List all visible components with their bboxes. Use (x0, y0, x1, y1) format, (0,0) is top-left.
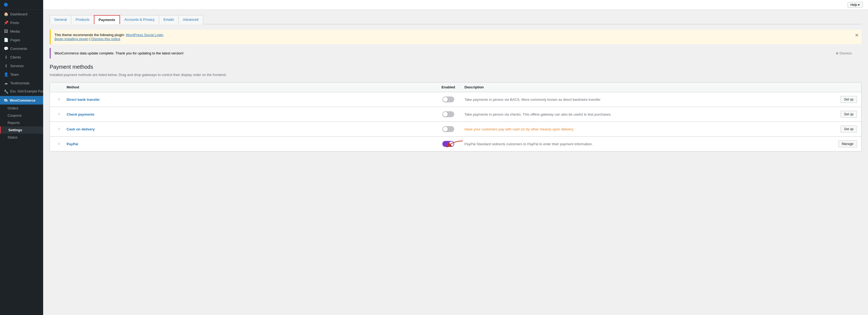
tab-payments[interactable]: Payments (94, 15, 120, 24)
table-row: ≡ PayPal PayPal Standard redirects c (50, 137, 861, 151)
pages-icon: 📄 (4, 38, 8, 42)
tab-emails[interactable]: Emails (159, 15, 179, 24)
desc-paypal: PayPal Standard redirects customers to P… (464, 142, 830, 146)
posts-icon: 📌 (4, 21, 8, 25)
drag-handle-icon[interactable]: ≡ (54, 97, 64, 102)
woocommerce-icon: 🛍 (4, 98, 7, 102)
toggle-cash-on-delivery[interactable] (442, 126, 454, 132)
toggle-paypal[interactable] (442, 141, 454, 147)
content-area: General Products Payments Accounts & Pri… (43, 10, 868, 315)
dismiss-circle-icon: ⊗ (836, 51, 839, 55)
method-paypal[interactable]: PayPal (67, 142, 432, 146)
table-row: ≡ Check payments Take payments in person… (50, 107, 861, 122)
sidebar-sub-settings[interactable]: Settings (0, 127, 43, 134)
tab-advanced[interactable]: Advanced (178, 15, 203, 24)
tab-products[interactable]: Products (71, 15, 94, 24)
actions-cash-on-delivery: Set up (833, 126, 857, 133)
method-check-payments[interactable]: Check payments (67, 112, 432, 116)
sidebar: 🔵 🏠 Dashboard 📌 Posts 🖼 Media 📄 Pages 💬 … (0, 0, 43, 315)
toggle-direct-bank-wrapper (435, 97, 462, 102)
desc-cash-on-delivery: Have your customers pay with cash (or by… (464, 127, 830, 131)
ess-grid-icon: 🔧 (4, 90, 8, 94)
tab-general[interactable]: General (50, 15, 71, 24)
table-header: Method Enabled Description (50, 82, 861, 92)
drag-handle-icon[interactable]: ≡ (54, 112, 64, 117)
header-enabled: Enabled (435, 85, 462, 89)
dismiss-update-button[interactable]: ⊗ Dismiss (836, 51, 852, 55)
wp-icon: 🔵 (4, 3, 8, 7)
desc-direct-bank: Take payments in person via BACS. More c… (464, 98, 830, 102)
setup-cod-button[interactable]: Set up (840, 126, 857, 133)
sidebar-item-ess-grid[interactable]: 🔧 Ess. Grid Example Posts (0, 87, 43, 96)
dashboard-icon: 🏠 (4, 12, 8, 16)
close-notice-button[interactable]: ✕ (855, 32, 859, 38)
sidebar-sub-orders[interactable]: Orders (0, 105, 43, 112)
sidebar-item-services[interactable]: ℹ Services (0, 62, 43, 70)
sidebar-sub-coupons[interactable]: Coupons (0, 112, 43, 119)
update-notice: WooCommerce data update complete. Thank … (50, 48, 862, 59)
woocommerce-menu-header[interactable]: 🛍 WooCommerce (0, 96, 43, 105)
sidebar-item-team[interactable]: 👤 Team (0, 70, 43, 79)
testimonials-icon: ☁ (4, 81, 8, 85)
sidebar-item-comments[interactable]: 💬 Comments (0, 44, 43, 53)
wordpress-social-login-link[interactable]: WordPress Social Login (126, 33, 163, 37)
tab-accounts-privacy[interactable]: Accounts & Privacy (120, 15, 159, 24)
drag-handle-icon[interactable]: ≡ (54, 141, 64, 146)
payment-methods-table: Method Enabled Description ≡ Direct bank… (50, 82, 862, 151)
sidebar-item-pages[interactable]: 📄 Pages (0, 36, 43, 44)
sidebar-logo: 🔵 (0, 0, 43, 10)
header-method: Method (67, 85, 432, 89)
team-icon: 👤 (4, 72, 8, 76)
toggle-direct-bank[interactable] (442, 97, 454, 102)
sidebar-sub-reports[interactable]: Reports (0, 119, 43, 127)
sidebar-item-clients[interactable]: ℹ Clients (0, 53, 43, 62)
plugin-notice: This theme recommends the following plug… (50, 30, 862, 44)
manage-paypal-button[interactable]: Manage (838, 140, 857, 147)
actions-direct-bank: Set up (833, 96, 857, 103)
table-row: ≡ Direct bank transfer Take payments in … (50, 92, 861, 107)
setup-direct-bank-button[interactable]: Set up (840, 96, 857, 103)
section-description: Installed payment methods are listed bel… (50, 73, 862, 77)
dismiss-notice-link[interactable]: Dismiss this notice (91, 37, 120, 41)
clients-icon: ℹ (4, 55, 8, 59)
topbar: Help ▾ (43, 0, 868, 10)
media-icon: 🖼 (4, 29, 8, 33)
drag-handle-icon[interactable]: ≡ (54, 127, 64, 132)
toggle-check-payments[interactable] (442, 111, 454, 117)
method-direct-bank[interactable]: Direct bank transfer (67, 98, 432, 102)
sidebar-item-posts[interactable]: 📌 Posts (0, 18, 43, 27)
main-content: Help ▾ General Products Payments Account… (43, 0, 868, 315)
toggle-check-wrapper (435, 111, 462, 117)
comments-icon: 💬 (4, 46, 8, 51)
help-button[interactable]: Help ▾ (847, 2, 863, 8)
toggle-cod-wrapper (435, 126, 462, 132)
settings-tabs: General Products Payments Accounts & Pri… (50, 15, 862, 24)
sidebar-sub-status[interactable]: Status (0, 134, 43, 141)
method-cash-on-delivery[interactable]: Cash on delivery (67, 127, 432, 131)
toggle-paypal-wrapper (435, 141, 462, 147)
sidebar-item-testimonials[interactable]: ☁ Testimonials (0, 79, 43, 87)
table-row: ≡ Cash on delivery Have your customers p… (50, 122, 861, 137)
sidebar-item-media[interactable]: 🖼 Media (0, 27, 43, 36)
section-title: Payment methods (50, 64, 862, 70)
actions-check-payments: Set up (833, 111, 857, 118)
header-description: Description (464, 85, 830, 89)
setup-check-payments-button[interactable]: Set up (840, 111, 857, 118)
sidebar-item-dashboard[interactable]: 🏠 Dashboard (0, 10, 43, 18)
services-icon: ℹ (4, 64, 8, 68)
actions-paypal: Manage (833, 140, 857, 147)
desc-check-payments: Take payments in person via checks. This… (464, 112, 830, 116)
begin-installing-link[interactable]: Begin installing plugin (55, 37, 89, 41)
